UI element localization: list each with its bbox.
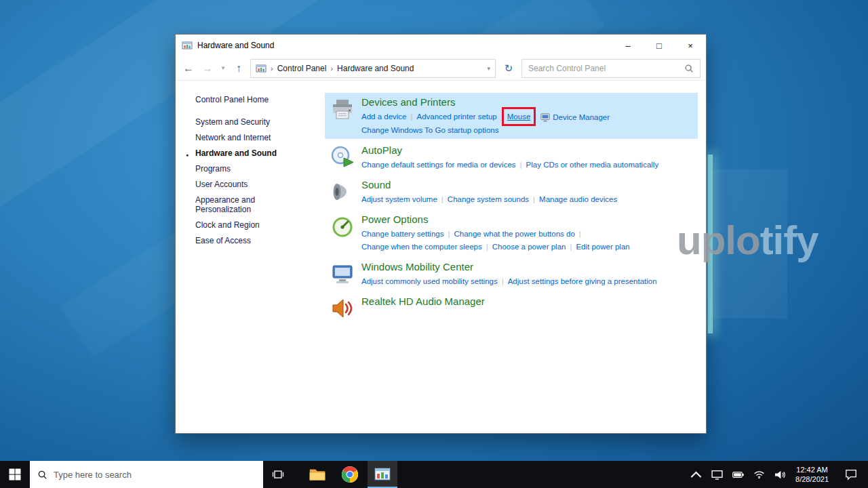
sidebar-item-clock-and-region[interactable]: Clock and Region: [195, 220, 298, 230]
category-title-realtek-hd-audio-manager[interactable]: Realtek HD Audio Manager: [361, 296, 485, 307]
realtek-icon: [330, 296, 355, 321]
taskbar-app-chrome[interactable]: [335, 461, 365, 488]
task-link-advanced-printer-setup[interactable]: Advanced printer setup: [417, 113, 497, 121]
taskbar-app-file-explorer[interactable]: [302, 461, 332, 488]
task-link-device-manager[interactable]: Device Manager: [553, 113, 610, 122]
action-center-icon: [845, 468, 857, 481]
link-separator: |: [486, 243, 488, 251]
taskbar-app-control-panel[interactable]: [368, 461, 397, 488]
device-manager-icon: [540, 113, 550, 122]
category-power-options: Power OptionsChange battery settings|Cha…: [325, 210, 698, 256]
tray-icons: [688, 466, 787, 483]
start-button[interactable]: [0, 461, 30, 488]
recent-pages-dropdown-icon[interactable]: ▾: [219, 65, 227, 71]
tray-display-button[interactable]: [709, 466, 724, 483]
category-devices-and-printers: Devices and PrintersAdd a device|Advance…: [325, 93, 698, 139]
action-center-button[interactable]: [837, 468, 865, 481]
forward-button[interactable]: →: [200, 63, 215, 74]
wifi-icon: [753, 470, 765, 480]
category-title-sound[interactable]: Sound: [361, 179, 391, 190]
mobility-icon: [330, 262, 355, 286]
category-title-windows-mobility-center[interactable]: Windows Mobility Center: [361, 261, 473, 272]
sidebar-item-control-panel-home[interactable]: Control Panel Home: [195, 95, 298, 104]
tray-battery-button[interactable]: [730, 466, 745, 483]
breadcrumb-control-panel[interactable]: Control Panel: [277, 64, 327, 73]
control-panel-icon: [374, 466, 391, 483]
category-windows-mobility-center: Windows Mobility CenterAdjust commonly u…: [325, 258, 698, 290]
close-button[interactable]: ×: [675, 35, 706, 56]
task-link-row: Change when the computer sleeps|Choose a…: [361, 242, 630, 251]
navigation-bar: ← → ▾ ↑ › Control Panel › Hardware and S…: [176, 56, 706, 81]
annotation-highlight-box: Mouse: [507, 113, 531, 121]
task-link-change-battery-settings[interactable]: Change battery settings: [361, 230, 443, 238]
taskbar-clock[interactable]: 12:42 AM 8/28/2021: [795, 465, 829, 484]
sidebar-item-system-and-security[interactable]: System and Security: [195, 117, 298, 127]
task-link-adjust-commonly-used-mobility-settings[interactable]: Adjust commonly used mobility settings: [361, 277, 498, 285]
category-title-autoplay[interactable]: AutoPlay: [361, 144, 402, 156]
search-icon[interactable]: [684, 64, 694, 73]
task-view-icon: [271, 468, 285, 481]
sidebar-item-network-and-internet[interactable]: Network and Internet: [195, 133, 298, 142]
taskbar-search: [30, 461, 263, 488]
task-link-add-a-device[interactable]: Add a device: [361, 113, 407, 121]
printer-icon: [330, 97, 355, 121]
task-link-manage-audio-devices[interactable]: Manage audio devices: [539, 195, 617, 203]
breadcrumb-dropdown-icon[interactable]: ▾: [487, 65, 490, 72]
task-link-change-windows-to-go-startup-options[interactable]: Change Windows To Go startup options: [361, 126, 498, 134]
back-button[interactable]: ←: [181, 63, 196, 74]
power-icon: [330, 214, 355, 239]
tray-chevron-up-button[interactable]: [688, 466, 703, 483]
category-autoplay: AutoPlayChange default settings for medi…: [325, 141, 698, 174]
display-icon: [711, 470, 723, 480]
category-title-power-options[interactable]: Power Options: [361, 214, 428, 225]
category-sound: SoundAdjust system volume|Change system …: [325, 176, 698, 208]
link-separator: |: [411, 113, 413, 121]
refresh-button[interactable]: ↻: [500, 62, 517, 75]
sound-icon: [330, 180, 355, 204]
task-link-change-system-sounds[interactable]: Change system sounds: [448, 195, 529, 203]
link-with-icon: Device Manager: [540, 113, 610, 122]
category-title-devices-and-printers[interactable]: Devices and Printers: [361, 96, 455, 108]
link-separator: |: [501, 113, 503, 121]
tray-wifi-button[interactable]: [751, 466, 766, 483]
sidebar-item-appearance-and-personalization[interactable]: Appearance and Personalization: [195, 195, 298, 214]
task-link-play-cds-or-other-media-automatically[interactable]: Play CDs or other media automatically: [526, 161, 659, 169]
taskbar-search-input[interactable]: [54, 470, 256, 480]
sidebar-item-programs[interactable]: Programs: [195, 164, 298, 174]
task-link-choose-a-power-plan[interactable]: Choose a power plan: [492, 243, 566, 251]
up-button[interactable]: ↑: [231, 63, 246, 74]
task-link-change-when-the-computer-sleeps[interactable]: Change when the computer sleeps: [361, 243, 482, 251]
clock-date: 8/28/2021: [795, 474, 829, 484]
sidebar-item-hardware-and-sound[interactable]: Hardware and Sound: [195, 148, 298, 158]
autoplay-icon: [330, 145, 355, 169]
task-view-button[interactable]: [263, 461, 293, 488]
task-link-row: Adjust system volume|Change system sound…: [361, 195, 617, 204]
task-link-row: Add a device|Advanced printer setup|Mous…: [361, 112, 610, 122]
task-link-mouse[interactable]: Mouse: [507, 113, 531, 121]
breadcrumb-hardware-and-sound[interactable]: Hardware and Sound: [337, 64, 414, 73]
tray-volume-button[interactable]: [772, 466, 787, 483]
link-separator: |: [441, 195, 443, 203]
search-icon: [37, 470, 47, 480]
task-link-change-default-settings-for-media-or-devices[interactable]: Change default settings for media or dev…: [361, 161, 516, 169]
link-separator: |: [533, 195, 535, 203]
titlebar: Hardware and Sound – □ ×: [176, 35, 706, 56]
minimize-button[interactable]: –: [612, 35, 644, 56]
task-link-edit-power-plan[interactable]: Edit power plan: [576, 243, 629, 251]
sidebar: Control Panel HomeSystem and SecurityNet…: [176, 81, 321, 433]
sidebar-item-ease-of-access[interactable]: Ease of Access: [195, 236, 298, 245]
task-link-change-what-the-power-buttons-do[interactable]: Change what the power buttons do: [454, 230, 574, 238]
link-separator: |: [448, 230, 450, 238]
taskbar: 12:42 AM 8/28/2021: [0, 461, 868, 488]
desktop: Hardware and Sound – □ × ← → ▾ ↑ › Contr…: [0, 0, 868, 488]
taskbar-apps: [302, 461, 397, 488]
maximize-button[interactable]: □: [644, 35, 675, 56]
search-input[interactable]: [528, 64, 684, 73]
task-link-adjust-settings-before-giving-a-presentation[interactable]: Adjust settings before giving a presenta…: [508, 277, 657, 285]
task-link-row: Change battery settings|Change what the …: [361, 229, 630, 239]
task-link-adjust-system-volume[interactable]: Adjust system volume: [361, 195, 437, 203]
breadcrumb-icon: [256, 63, 267, 74]
control-panel-search: [521, 59, 701, 78]
sidebar-item-user-accounts[interactable]: User Accounts: [195, 180, 298, 189]
chrome-icon: [341, 466, 359, 483]
